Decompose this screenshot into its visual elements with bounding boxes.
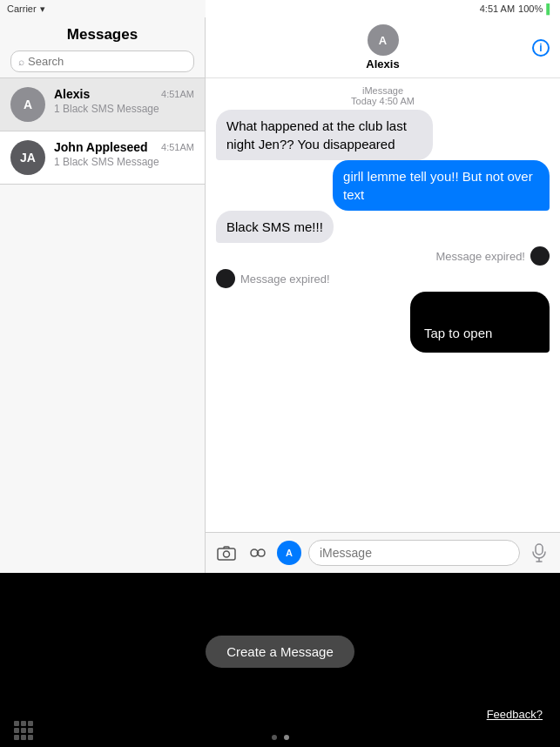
- message-row-1: What happened at the club last night Jen…: [216, 110, 550, 160]
- message-bubble-received-3: Black SMS me!!!: [216, 211, 334, 243]
- message-row-3: Black SMS me!!!: [216, 211, 550, 243]
- chat-header: A Alexis i: [206, 17, 560, 78]
- expired-row-received: Message expired!: [216, 269, 550, 288]
- sidebar-title: Messages: [10, 26, 194, 44]
- dock-grid-dot: [14, 735, 19, 740]
- page-indicator: [272, 735, 289, 740]
- chat-header-center: A Alexis: [366, 24, 399, 71]
- search-input[interactable]: [28, 55, 186, 68]
- conv-details-john: John Appleseed 4:51AM 1 Black SMS Messag…: [54, 140, 194, 168]
- chat-contact-name: Alexis: [366, 57, 399, 71]
- dock-grid: [14, 721, 33, 740]
- imessage-label: iMessage Today 4:50 AM: [216, 85, 550, 106]
- conv-name: Alexis: [54, 87, 90, 101]
- dock-grid-dot: [21, 721, 26, 726]
- conversation-item-alexis[interactable]: A Alexis 4:51AM 1 Black SMS Message: [0, 78, 205, 131]
- contact-avatar: A: [368, 24, 399, 56]
- dock-grid-dot: [28, 735, 33, 740]
- expired-text-sent: Message expired!: [435, 250, 525, 263]
- conv-name-row: Alexis 4:51AM: [54, 87, 194, 101]
- expired-dot-sent: [530, 246, 550, 266]
- dock-grid-dot: [28, 728, 33, 733]
- message-bubble-received-1: What happened at the club last night Jen…: [216, 110, 433, 160]
- avatar-john: JA: [10, 140, 45, 175]
- expired-row-sent: Message expired!: [216, 246, 550, 266]
- status-bar-left: Carrier ▾: [0, 0, 206, 17]
- status-bar: Carrier ▾ 4:51 AM 100% ▌: [0, 0, 560, 17]
- conv-time: 4:51AM: [161, 89, 194, 99]
- svg-rect-0: [218, 548, 235, 560]
- search-bar[interactable]: ⌕: [10, 50, 194, 72]
- camera-button[interactable]: [214, 541, 239, 565]
- time-label: 4:51 AM: [480, 3, 515, 14]
- input-bar: A: [206, 532, 560, 573]
- expired-text-received: Message expired!: [240, 273, 330, 286]
- search-icon: ⌕: [18, 56, 24, 68]
- message-bubble-black[interactable]: Tap to open: [410, 292, 550, 353]
- bottom-area: Create a Message Feedback?: [0, 573, 560, 747]
- message-input[interactable]: [308, 540, 520, 566]
- message-row-black[interactable]: Tap to open: [216, 292, 550, 353]
- sidebar: Messages ⌕ A Alexis 4:51AM 1 Black SMS M…: [0, 17, 206, 573]
- conversation-list: A Alexis 4:51AM 1 Black SMS Message JA J…: [0, 78, 205, 573]
- messages-container: iMessage Today 4:50 AM What happened at …: [206, 78, 560, 532]
- carrier-label: Carrier: [7, 3, 37, 14]
- conv-details-alexis: Alexis 4:51AM 1 Black SMS Message: [54, 87, 194, 115]
- sidebar-header: Messages ⌕: [0, 17, 205, 78]
- wifi-icon: ▾: [40, 3, 45, 15]
- conversation-item-john[interactable]: JA John Appleseed 4:51AM 1 Black SMS Mes…: [0, 131, 205, 185]
- expired-dot-received: [216, 269, 235, 288]
- battery-label: 100%: [518, 3, 543, 14]
- dock-grid-dot: [21, 735, 26, 740]
- message-row-2: girll lemme tell you!! But not over text: [216, 160, 550, 211]
- svg-rect-3: [536, 544, 543, 555]
- page-dot-1: [272, 735, 277, 740]
- dock-grid-dot: [14, 728, 19, 733]
- page-dot-2: [284, 735, 289, 740]
- apps-button[interactable]: [246, 541, 270, 565]
- conv-preview-john: 1 Black SMS Message: [54, 156, 194, 168]
- create-message-button[interactable]: Create a Message: [206, 636, 354, 668]
- svg-point-2: [257, 552, 260, 555]
- status-bar-right: 4:51 AM 100% ▌: [206, 0, 560, 17]
- conv-name-row-john: John Appleseed 4:51AM: [54, 140, 194, 154]
- microphone-button[interactable]: [527, 541, 551, 565]
- conv-preview: 1 Black SMS Message: [54, 103, 194, 115]
- battery-icon: ▌: [546, 3, 553, 14]
- app-store-button[interactable]: A: [277, 541, 301, 565]
- chat-area: A Alexis i iMessage Today 4:50 AM What h…: [206, 17, 560, 573]
- svg-point-1: [224, 551, 230, 557]
- dock-grid-dot: [28, 721, 33, 726]
- message-bubble-sent-2: girll lemme tell you!! But not over text: [333, 160, 550, 211]
- dock-grid-dot: [14, 721, 19, 726]
- conv-time-john: 4:51AM: [161, 142, 194, 152]
- conv-name-john: John Appleseed: [54, 140, 148, 154]
- avatar-alexis: A: [10, 87, 45, 122]
- info-button[interactable]: i: [532, 39, 550, 57]
- feedback-link[interactable]: Feedback?: [487, 708, 543, 721]
- dock-grid-dot: [21, 728, 26, 733]
- main-layout: Messages ⌕ A Alexis 4:51AM 1 Black SMS M…: [0, 17, 560, 573]
